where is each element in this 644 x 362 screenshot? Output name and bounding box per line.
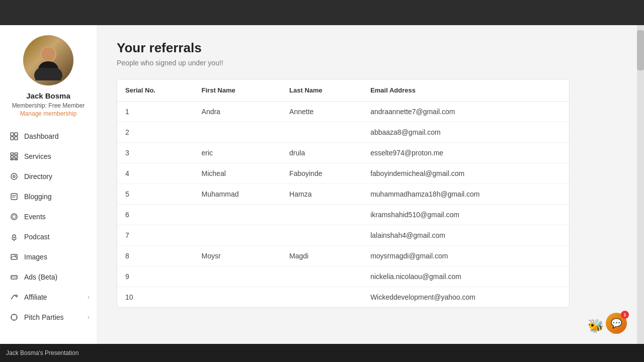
svg-rect-11 xyxy=(11,159,14,160)
pitch-parties-chevron-icon: › xyxy=(88,314,90,321)
sidebar-item-services[interactable]: Services xyxy=(0,146,97,166)
cell-firstName: Andra xyxy=(194,102,282,122)
table-row: 4MichealFaboyindefaboyindemicheal@gmail.… xyxy=(117,163,569,184)
cell-firstName: Moysr xyxy=(194,246,282,266)
sidebar-item-label: Ads (Beta) xyxy=(24,273,57,281)
scrollbar-thumb[interactable] xyxy=(637,30,644,70)
dashboard-icon xyxy=(9,131,19,141)
sidebar-item-directory[interactable]: Directory xyxy=(0,166,97,187)
content-area: Your referrals People who signed up unde… xyxy=(97,25,637,344)
cell-firstName xyxy=(194,122,282,143)
svg-rect-4 xyxy=(15,133,18,136)
table-row: 6ikramshahid510@gmail.com xyxy=(117,205,569,225)
pitch-parties-icon xyxy=(9,312,19,322)
sidebar-item-label: Podcast xyxy=(24,233,50,241)
sidebar-item-label: Directory xyxy=(24,172,52,180)
images-icon xyxy=(9,252,19,262)
table-row: 10Wickeddevelopment@yahoo.com xyxy=(117,287,569,308)
sidebar-item-label: Pitch Parties xyxy=(24,313,64,321)
sidebar-item-label: Events xyxy=(24,213,46,221)
page-title: Your referrals xyxy=(117,40,617,56)
sidebar-item-pitch-parties[interactable]: Pitch Parties › xyxy=(0,307,97,327)
cell-firstName: Muhammad xyxy=(194,184,282,205)
svg-rect-6 xyxy=(15,137,18,140)
cell-firstName xyxy=(194,205,282,225)
avatar xyxy=(23,35,73,85)
cell-email: faboyindemicheal@gmail.com xyxy=(362,163,569,184)
referrals-data-table: Serial No. First Name Last Name Email Ad… xyxy=(117,79,569,307)
sidebar-item-label: Images xyxy=(24,253,47,261)
table-row: 1AndraAnnetteandraannette7@gmail.com xyxy=(117,102,569,122)
cell-serial: 10 xyxy=(117,287,194,308)
cell-serial: 3 xyxy=(117,143,194,163)
cell-serial: 7 xyxy=(117,225,194,246)
chat-bee-icon: 🐝 xyxy=(588,318,604,334)
chat-open-button[interactable]: 💬 1 xyxy=(606,313,627,334)
table-row: 8MoysrMagdimoysrmagdi@gmail.com xyxy=(117,246,569,266)
svg-rect-10 xyxy=(15,156,18,158)
svg-rect-5 xyxy=(11,137,14,140)
cell-lastName xyxy=(281,205,362,225)
cell-serial: 9 xyxy=(117,266,194,287)
svg-point-18 xyxy=(11,214,17,220)
svg-point-14 xyxy=(13,175,15,177)
sidebar-item-blogging[interactable]: Blogging xyxy=(0,187,97,207)
sidebar-item-podcast[interactable]: Podcast xyxy=(0,227,97,247)
svg-rect-9 xyxy=(11,156,14,158)
cell-email: muhammadhamza18h@gmail.com xyxy=(362,184,569,205)
chat-badge: 1 xyxy=(621,311,629,319)
sidebar-item-label: Services xyxy=(24,152,51,160)
cell-serial: 5 xyxy=(117,184,194,205)
cell-serial: 6 xyxy=(117,205,194,225)
blogging-icon xyxy=(9,192,19,202)
svg-point-20 xyxy=(13,235,16,238)
table-row: 5MuhammadHamzamuhammadhamza18h@gmail.com xyxy=(117,184,569,205)
col-firstname: First Name xyxy=(194,79,282,102)
scrollbar[interactable] xyxy=(637,25,644,344)
svg-point-2 xyxy=(41,47,55,61)
sidebar-item-label: Affiliate xyxy=(24,293,47,301)
podcast-icon xyxy=(9,232,19,242)
cell-serial: 1 xyxy=(117,102,194,122)
affiliate-chevron-icon: › xyxy=(88,294,90,301)
svg-point-25 xyxy=(15,255,16,256)
svg-rect-7 xyxy=(11,153,14,155)
sidebar-item-dashboard[interactable]: Dashboard xyxy=(0,126,97,146)
cell-lastName xyxy=(281,287,362,308)
sidebar-item-label: Dashboard xyxy=(24,132,59,140)
svg-point-13 xyxy=(11,173,17,179)
cell-lastName: drula xyxy=(281,143,362,163)
svg-rect-8 xyxy=(15,153,18,155)
cell-lastName: Magdi xyxy=(281,246,362,266)
cell-firstName xyxy=(194,287,282,308)
manage-membership-link[interactable]: Manage membership xyxy=(20,110,77,117)
cell-lastName xyxy=(281,225,362,246)
events-icon xyxy=(9,212,19,222)
cell-email: Wickeddevelopment@yahoo.com xyxy=(362,287,569,308)
cell-email: moysrmagdi@gmail.com xyxy=(362,246,569,266)
table-row: 3ericdrulaesselte974@proton.me xyxy=(117,143,569,163)
cell-firstName: Micheal xyxy=(194,163,282,184)
sidebar-item-affiliate[interactable]: Affiliate › xyxy=(0,287,97,307)
cell-email: abbaaza8@gmail.com xyxy=(362,122,569,143)
cell-firstName xyxy=(194,225,282,246)
top-bar xyxy=(0,0,644,25)
cell-email: esselte974@proton.me xyxy=(362,143,569,163)
table-row: 7lalainshah4@gmail.com xyxy=(117,225,569,246)
cell-lastName: Hamza xyxy=(281,184,362,205)
sidebar-nav: Dashboard Services xyxy=(0,126,97,327)
sidebar-item-events[interactable]: Events xyxy=(0,207,97,227)
cell-email: nickelia.nicolaou@gmail.com xyxy=(362,266,569,287)
svg-rect-3 xyxy=(11,133,14,136)
sidebar-item-label: Blogging xyxy=(24,193,52,201)
cell-email: lalainshah4@gmail.com xyxy=(362,225,569,246)
sidebar-item-images[interactable]: Images xyxy=(0,247,97,267)
directory-icon xyxy=(9,171,19,182)
sidebar-item-ads-beta[interactable]: Ads (Beta) xyxy=(0,267,97,287)
col-email: Email Address xyxy=(362,79,569,102)
table-header-row: Serial No. First Name Last Name Email Ad… xyxy=(117,79,569,102)
cell-serial: 2 xyxy=(117,122,194,143)
cell-email: ikramshahid510@gmail.com xyxy=(362,205,569,225)
cell-lastName xyxy=(281,122,362,143)
col-lastname: Last Name xyxy=(281,79,362,102)
